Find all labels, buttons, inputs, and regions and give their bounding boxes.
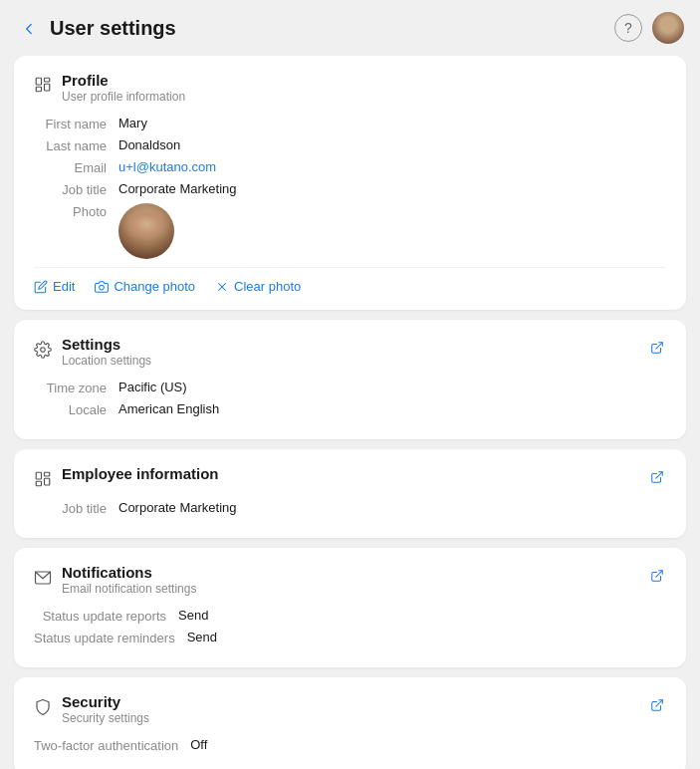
profile-subtitle: User profile information xyxy=(62,90,185,104)
field-value-locale: American English xyxy=(118,401,219,416)
security-subtitle: Security settings xyxy=(62,711,149,725)
help-button[interactable]: ? xyxy=(614,14,642,42)
edit-label: Edit xyxy=(53,279,75,294)
x-icon xyxy=(215,278,229,294)
field-row: Job title Corporate Marketing xyxy=(34,500,666,516)
svg-line-16 xyxy=(656,700,662,706)
change-photo-label: Change photo xyxy=(114,279,195,294)
field-row: First name Mary xyxy=(34,116,666,131)
field-value-2fa: Off xyxy=(190,737,207,752)
field-value-email[interactable]: u+l@kutano.com xyxy=(118,159,216,174)
profile-fields: First name Mary Last name Donaldson Emai… xyxy=(34,116,666,259)
field-value-firstname: Mary xyxy=(118,116,147,130)
profile-photo xyxy=(118,203,174,259)
field-row: Locale American English xyxy=(34,401,666,417)
security-card: Security Security settings Two-factor au… xyxy=(14,677,686,769)
field-value-reports: Send xyxy=(178,608,208,623)
svg-point-4 xyxy=(100,286,105,291)
field-row: Status update reminders Send xyxy=(34,630,666,645)
field-label: Job title xyxy=(34,500,118,516)
settings-card: Settings Location settings Time zone Pac… xyxy=(14,320,686,439)
employee-icon xyxy=(34,467,52,488)
field-label: Time zone xyxy=(34,380,118,395)
field-row: Status update reports Send xyxy=(34,608,666,624)
profile-title: Profile xyxy=(62,72,185,89)
field-row-photo: Photo xyxy=(34,203,666,259)
avatar-image xyxy=(652,12,684,44)
svg-rect-10 xyxy=(45,472,50,476)
field-value-timezone: Pacific (US) xyxy=(118,380,187,394)
svg-line-8 xyxy=(656,343,662,349)
settings-title: Settings xyxy=(62,336,151,353)
camera-icon xyxy=(95,278,109,294)
field-label: Last name xyxy=(34,137,118,153)
settings-icon xyxy=(34,338,52,359)
profile-card: Profile User profile information First n… xyxy=(14,56,686,310)
security-fields: Two-factor authentication Off xyxy=(34,737,666,753)
field-value-jobtitle: Corporate Marketing xyxy=(118,181,237,196)
field-label: Photo xyxy=(34,203,118,219)
field-label: Locale xyxy=(34,401,118,417)
svg-rect-0 xyxy=(36,79,41,86)
notifications-icon xyxy=(34,566,52,587)
settings-edit-button[interactable] xyxy=(648,336,666,358)
field-label: Status update reminders xyxy=(34,630,187,645)
svg-rect-12 xyxy=(36,481,41,486)
field-label: Job title xyxy=(34,181,118,197)
field-row: Job title Corporate Marketing xyxy=(34,181,666,197)
employee-title: Employee information xyxy=(62,465,219,482)
top-icons: ? xyxy=(614,12,684,44)
notifications-card: Notifications Email notification setting… xyxy=(14,548,686,667)
field-value-emp-jobtitle: Corporate Marketing xyxy=(118,500,237,515)
back-button[interactable] xyxy=(16,14,42,43)
field-row: Time zone Pacific (US) xyxy=(34,380,666,395)
employee-edit-button[interactable] xyxy=(648,465,666,487)
security-edit-button[interactable] xyxy=(648,693,666,715)
field-row: Last name Donaldson xyxy=(34,137,666,153)
security-icon xyxy=(34,695,52,716)
settings-fields: Time zone Pacific (US) Locale American E… xyxy=(34,380,666,417)
field-label: Email xyxy=(34,159,118,175)
field-value-lastname: Donaldson xyxy=(118,137,180,152)
svg-line-15 xyxy=(656,571,662,577)
svg-line-13 xyxy=(656,472,662,478)
change-photo-button[interactable]: Change photo xyxy=(95,278,195,294)
field-value-reminders: Send xyxy=(187,630,217,644)
settings-subtitle: Location settings xyxy=(62,354,151,368)
main-content: Profile User profile information First n… xyxy=(0,56,700,769)
employee-card: Employee information Job title Corporate… xyxy=(14,449,686,538)
svg-rect-1 xyxy=(45,79,50,83)
profile-icon xyxy=(34,74,52,95)
field-row: Two-factor authentication Off xyxy=(34,737,666,753)
svg-rect-11 xyxy=(45,478,50,485)
clear-photo-button[interactable]: Clear photo xyxy=(215,278,301,294)
svg-point-7 xyxy=(41,347,46,352)
svg-rect-2 xyxy=(45,85,50,92)
security-title: Security xyxy=(62,693,149,710)
edit-icon xyxy=(34,278,48,294)
notifications-edit-button[interactable] xyxy=(648,564,666,586)
page-title: User settings xyxy=(50,17,606,40)
notifications-fields: Status update reports Send Status update… xyxy=(34,608,666,645)
edit-button[interactable]: Edit xyxy=(34,278,75,294)
help-icon: ? xyxy=(624,20,632,36)
employee-fields: Job title Corporate Marketing xyxy=(34,500,666,516)
notifications-title: Notifications xyxy=(62,564,196,581)
notifications-subtitle: Email notification settings xyxy=(62,582,196,596)
field-label: First name xyxy=(34,116,118,131)
avatar[interactable] xyxy=(652,12,684,44)
profile-actions: Edit Change photo Clear photo xyxy=(34,267,666,294)
field-label: Two-factor authentication xyxy=(34,737,190,753)
svg-rect-3 xyxy=(36,88,41,93)
clear-photo-label: Clear photo xyxy=(234,279,301,294)
field-label: Status update reports xyxy=(34,608,178,624)
svg-rect-9 xyxy=(36,472,41,479)
top-bar: User settings ? xyxy=(0,0,700,56)
field-row: Email u+l@kutano.com xyxy=(34,159,666,175)
